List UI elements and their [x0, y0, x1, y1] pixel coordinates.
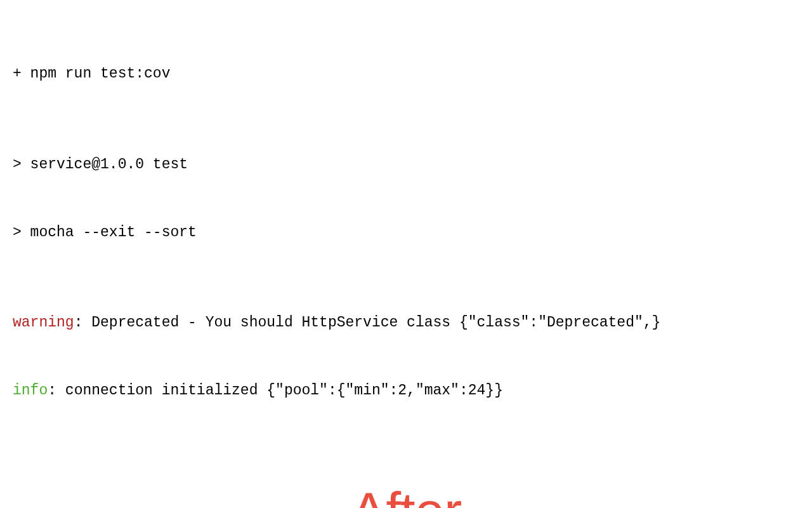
log-message-warning: : Deprecated - You should HttpService cl…	[74, 314, 661, 331]
log-level-info: info	[13, 382, 48, 399]
terminal-line-script-header: > service@1.0.0 test	[13, 154, 799, 177]
terminal-line-mocha: > mocha --exit --sort	[13, 222, 799, 244]
after-heading: After	[13, 470, 799, 508]
terminal-line-command: + npm run test:cov	[13, 63, 799, 86]
log-level-warning: warning	[13, 314, 74, 331]
terminal-line-info: info: connection initialized {"pool":{"m…	[13, 380, 799, 403]
log-message-info: : connection initialized {"pool":{"min":…	[48, 382, 503, 399]
terminal-output: + npm run test:cov > service@1.0.0 test …	[13, 18, 799, 425]
terminal-line-warning: warning: Deprecated - You should HttpSer…	[13, 312, 799, 335]
